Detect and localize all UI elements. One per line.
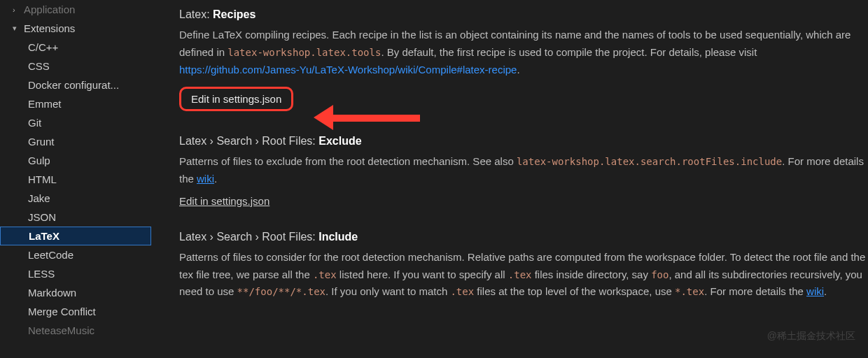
sidebar-item-label: LaTeX [29, 230, 59, 242]
code-literal: .tex [508, 269, 532, 280]
sidebar-item-grunt[interactable]: Grunt [0, 132, 151, 151]
desc-text: Patterns of files to exclude from the ro… [179, 155, 517, 167]
setting-crumb: Root Files: [262, 135, 315, 147]
sidebar-item-docker[interactable]: Docker configurat... [0, 76, 151, 94]
code-literal: *.tex [675, 286, 704, 297]
setting-name: Exclude [318, 135, 361, 147]
sidebar-item-label: LeetCode [28, 249, 74, 261]
settings-main: Latex: Recipes Define LaTeX compiling re… [151, 0, 868, 358]
sidebar-item-label: Application [24, 3, 75, 15]
sidebar-item-leetcode[interactable]: LeetCode [0, 245, 151, 264]
sidebar-item-label: Extensions [24, 22, 75, 34]
chevron-right-icon: › [255, 231, 259, 243]
sidebar-item-html[interactable]: HTML [0, 170, 151, 189]
setting-crumb: Search [216, 231, 252, 243]
sidebar-item-label: C/C++ [28, 41, 58, 53]
setting-crumb: Latex [179, 231, 206, 243]
sidebar-item-label: Git [28, 117, 41, 129]
sidebar-item-label: Emmet [28, 98, 62, 110]
sidebar-item-label: Grunt [28, 136, 55, 148]
sidebar-item-label: Markdown [28, 287, 76, 299]
sidebar-item-gulp[interactable]: Gulp [0, 151, 151, 170]
sidebar-item-git[interactable]: Git [0, 113, 151, 132]
sidebar-item-label: Merge Conflict [28, 306, 96, 317]
sidebar-item-latex[interactable]: LaTeX [0, 227, 151, 245]
setting-root-files-exclude: Latex › Search › Root Files: Exclude Pat… [179, 135, 868, 207]
setting-crumb: Search [216, 135, 252, 147]
code-literal: latex-workshop.latex.tools [227, 47, 381, 58]
code-literal: **/foo/**/*.tex [237, 286, 326, 297]
chevron-down-icon: ▾ [13, 24, 21, 33]
chevron-right-icon: › [210, 135, 214, 147]
code-literal: foo [651, 269, 668, 280]
sidebar-item-jake[interactable]: Jake [0, 189, 151, 208]
wiki-link[interactable]: wiki [197, 173, 214, 185]
sidebar-item-json[interactable]: JSON [0, 208, 151, 227]
desc-text: files inside directory, say [532, 268, 652, 280]
sidebar-item-emmet[interactable]: Emmet [0, 94, 151, 113]
code-literal: latex-workshop.latex.search.rootFiles.in… [517, 156, 782, 167]
setting-root-files-include: Latex › Search › Root Files: Include Pat… [179, 231, 868, 301]
chevron-right-icon: › [13, 6, 21, 14]
desc-text: . [214, 173, 217, 185]
setting-title: Latex › Search › Root Files: Exclude [179, 135, 868, 148]
setting-name: Include [318, 231, 358, 243]
edit-in-settings-link-highlighted[interactable]: Edit in settings.json [179, 87, 293, 111]
watermark: @稀土掘金技术社区 [767, 330, 855, 343]
setting-crumb: Latex [179, 135, 206, 147]
chevron-right-icon: › [255, 135, 259, 147]
sidebar-item-cpp[interactable]: C/C++ [0, 38, 151, 57]
sidebar-item-merge-conflict[interactable]: Merge Conflict [0, 302, 151, 321]
setting-prefix: Latex: [179, 8, 210, 20]
desc-text: . For more details the [704, 285, 806, 297]
setting-description: Patterns of files to exclude from the ro… [179, 153, 868, 188]
setting-name: Recipes [213, 8, 255, 20]
setting-crumb: Root Files: [262, 231, 315, 243]
desc-text: listed here. If you want to specify all [337, 268, 508, 280]
edit-in-settings-link[interactable]: Edit in settings.json [179, 195, 270, 207]
code-literal: .tex [450, 286, 474, 297]
sidebar-item-label: CSS [28, 60, 50, 72]
setting-title: Latex › Search › Root Files: Include [179, 231, 868, 243]
code-literal: .tex [313, 269, 337, 280]
setting-recipes: Latex: Recipes Define LaTeX compiling re… [179, 8, 868, 111]
sidebar-item-neteasemusic[interactable]: NeteaseMusic [0, 321, 151, 340]
desc-text: . [824, 285, 827, 297]
sidebar-item-css[interactable]: CSS [0, 57, 151, 76]
setting-description: Define LaTeX compiling recipes. Each rec… [179, 27, 868, 78]
chevron-right-icon: › [210, 231, 214, 243]
setting-title: Latex: Recipes [179, 8, 868, 21]
sidebar-item-less[interactable]: LESS [0, 264, 151, 283]
sidebar-item-extensions[interactable]: ▾ Extensions [0, 19, 151, 38]
settings-sidebar: › Application ▾ Extensions C/C++ CSS Doc… [0, 0, 151, 358]
sidebar-item-label: JSON [28, 211, 56, 223]
desc-text: . [517, 64, 519, 76]
desc-text: . By default, the first recipe is used t… [381, 46, 757, 58]
sidebar-item-markdown[interactable]: Markdown [0, 283, 151, 302]
wiki-link[interactable]: wiki [806, 285, 824, 297]
doc-link[interactable]: https://github.com/James-Yu/LaTeX-Worksh… [179, 64, 517, 76]
sidebar-item-application[interactable]: › Application [0, 0, 151, 19]
sidebar-item-label: Docker configurat... [28, 79, 119, 91]
sidebar-item-label: HTML [28, 173, 57, 185]
desc-text: files at the top level of the workspace,… [474, 285, 675, 297]
sidebar-item-label: Gulp [28, 155, 50, 166]
setting-description: Patterns of files to consider for the ro… [179, 249, 868, 301]
sidebar-item-label: Jake [28, 192, 50, 204]
desc-text: . If you only want to match [326, 285, 450, 297]
sidebar-item-label: LESS [28, 268, 55, 280]
sidebar-item-label: NeteaseMusic [28, 324, 94, 336]
